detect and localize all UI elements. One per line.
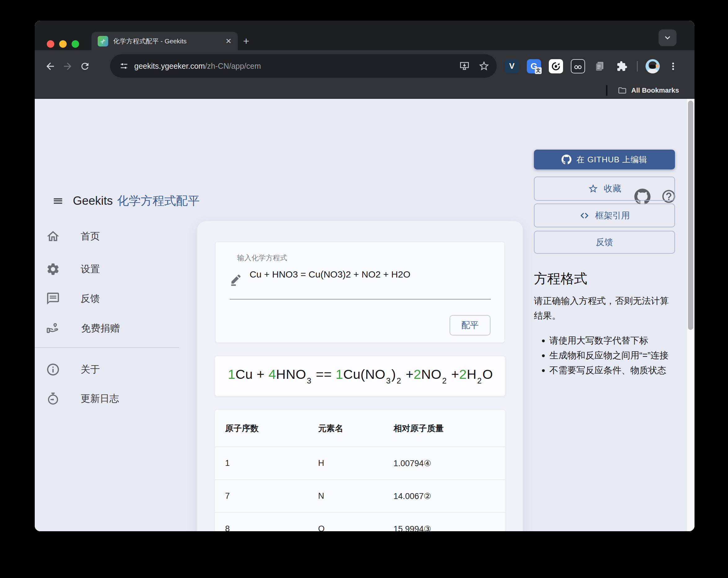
profile-avatar[interactable]	[646, 59, 660, 74]
page-scrollbar-track[interactable]	[687, 99, 695, 531]
traffic-lights	[47, 40, 79, 48]
sidebar-item-label: 关于	[81, 363, 100, 376]
code-icon	[579, 210, 590, 221]
bookmarks-separator	[606, 85, 607, 96]
favorite-label: 收藏	[604, 183, 621, 195]
browser-window: ✂ 化学方程式配平 - Geekits ✕ +	[35, 21, 695, 531]
formula-token-sub: 3	[386, 376, 391, 385]
equation-input-card: 输入化学方程式 Cu + HNO3 = Cu(NO3)2 + NO2 + H2O…	[215, 242, 505, 343]
format-description: 请正确输入方程式，否则无法计算结果。	[534, 293, 677, 323]
equation-input-label: 输入化学方程式	[237, 253, 287, 263]
zoom-window-button[interactable]	[72, 40, 79, 48]
star-outline-icon	[588, 183, 598, 194]
sidebar-item-label: 更新日志	[81, 392, 119, 405]
back-button[interactable]	[42, 61, 59, 72]
extensions-puzzle-icon[interactable]	[615, 59, 629, 74]
sidebar-divider	[35, 347, 179, 348]
changelog-icon	[46, 391, 60, 406]
formula-token-txt: )	[391, 367, 396, 382]
sidebar-item-label: 反馈	[81, 292, 100, 305]
browser-menu-kebab-icon[interactable]	[668, 61, 679, 72]
formula-token-txt: +	[447, 367, 459, 382]
minimize-window-button[interactable]	[59, 40, 67, 48]
tab-search-button[interactable]	[658, 29, 677, 46]
sidebar-item-home[interactable]: 首页	[46, 226, 179, 246]
formula-token-txt: Cu(NO	[343, 367, 385, 382]
sidebar-item-changelog[interactable]: 更新日志	[46, 389, 179, 409]
table-row: 7N14.0067②	[215, 480, 505, 513]
forward-button[interactable]	[59, 61, 76, 72]
column-header-atomic-mass: 相对原子质量	[393, 423, 505, 434]
balance-button[interactable]: 配平	[449, 315, 491, 335]
url-bar[interactable]: geekits.ygeeker.com/zh-CN/app/cem	[110, 54, 497, 78]
feedback-button[interactable]: 反馈	[534, 231, 675, 254]
close-window-button[interactable]	[47, 40, 54, 48]
google-translate-icon[interactable]: G文	[527, 59, 541, 74]
app-header-title: Geekits化学方程式配平	[73, 193, 200, 209]
feedback-label: 反馈	[596, 236, 613, 248]
sidebar-item-label: 免费捐赠	[81, 322, 120, 335]
gear-icon	[46, 262, 60, 276]
frame-reference-button[interactable]: 框架引用	[534, 203, 675, 227]
table-cell: 7	[225, 491, 318, 501]
formula-token-sub: 3	[307, 376, 311, 385]
page-content: Geekits化学方程式配平 首页 设置 反馈	[35, 99, 695, 531]
edit-on-github-button[interactable]: 在 GITHUB 上编辑	[534, 149, 675, 169]
url-text[interactable]: geekits.ygeeker.com/zh-CN/app/cem	[134, 62, 261, 71]
table-header-row: 原子序数 元素名 相对原子质量	[215, 410, 505, 447]
balanced-result-card: 1Cu + 4HNO3 == 1Cu(NO3)2 +2NO2 +2H2O	[214, 356, 505, 396]
all-bookmarks-button[interactable]: All Bookmarks	[618, 82, 679, 99]
extension-glasses-icon[interactable]	[571, 59, 585, 74]
all-bookmarks-label: All Bookmarks	[631, 86, 679, 94]
extension-home-refresh-icon[interactable]	[549, 59, 563, 74]
format-rule-item: 不需要写反应条件、物质状态	[549, 363, 680, 378]
toolbar-separator	[637, 61, 638, 72]
reload-icon	[80, 61, 90, 72]
extension-dev-icon[interactable]: V	[505, 59, 519, 74]
equation-input-value[interactable]: Cu + HNO3 = Cu(NO3)2 + NO2 + H2O	[250, 269, 411, 280]
formula-token-coef: 1	[336, 367, 343, 382]
close-tab-icon[interactable]: ✕	[226, 37, 232, 46]
tab-strip: ✂ 化学方程式配平 - Geekits ✕ +	[35, 21, 695, 50]
table-cell: 15.9994③	[393, 524, 505, 531]
format-rules-list: 请使用大写数字代替下标生成物和反应物之间用“=”连接不需要写反应条件、物质状态	[549, 333, 680, 378]
info-icon	[46, 362, 60, 377]
github-icon	[562, 155, 571, 164]
formula-token-txt: O	[483, 367, 493, 382]
sidebar-item-donate[interactable]: 免费捐赠	[46, 319, 179, 338]
sidebar-item-settings[interactable]: 设置	[46, 259, 179, 279]
table-row: 8O15.9994③	[215, 513, 505, 531]
url-path: /zh-CN/app/cem	[205, 62, 261, 70]
format-rule-item: 生成物和反应物之间用“=”连接	[549, 348, 680, 363]
formula-token-txt: HNO	[276, 367, 306, 382]
format-rule-item: 请使用大写数字代替下标	[549, 333, 680, 348]
site-settings-icon[interactable]	[120, 61, 129, 71]
extension-copy-docs-icon[interactable]	[593, 59, 607, 74]
app-name: 化学方程式配平	[117, 194, 200, 207]
formula-token-coef: 1	[228, 367, 235, 382]
tab-title: 化学方程式配平 - Geekits	[113, 37, 220, 46]
sidebar-item-feedback[interactable]: 反馈	[46, 289, 179, 308]
bookmark-star-icon[interactable]	[478, 60, 490, 72]
new-tab-button[interactable]: +	[243, 36, 249, 46]
page-scrollbar-thumb[interactable]	[688, 101, 693, 330]
menu-hamburger-icon[interactable]	[51, 195, 64, 207]
favorite-button[interactable]: 收藏	[534, 176, 675, 201]
install-app-icon[interactable]	[459, 60, 470, 72]
format-section-title: 方程格式	[534, 270, 587, 288]
sidebar-item-label: 首页	[81, 230, 100, 243]
back-arrow-icon	[45, 61, 56, 72]
browser-tab[interactable]: ✂ 化学方程式配平 - Geekits ✕	[92, 32, 238, 50]
sidebar-item-about[interactable]: 关于	[46, 360, 179, 380]
extensions-row: V G文	[505, 50, 679, 82]
column-header-element-name: 元素名	[318, 423, 393, 434]
formula-token-txt: H	[467, 367, 476, 382]
url-host: geekits.ygeeker.com	[134, 62, 205, 70]
table-body: 1H1.00794④7N14.0067②8O15.9994③29Cu63.546…	[215, 447, 505, 531]
chevron-down-icon	[664, 34, 672, 42]
table-cell: N	[318, 491, 393, 501]
edit-pencil-icon	[230, 273, 243, 286]
formula-token-txt: NO	[421, 367, 442, 382]
browser-toolbar: geekits.ygeeker.com/zh-CN/app/cem V G文	[35, 50, 695, 82]
reload-button[interactable]	[76, 61, 94, 72]
